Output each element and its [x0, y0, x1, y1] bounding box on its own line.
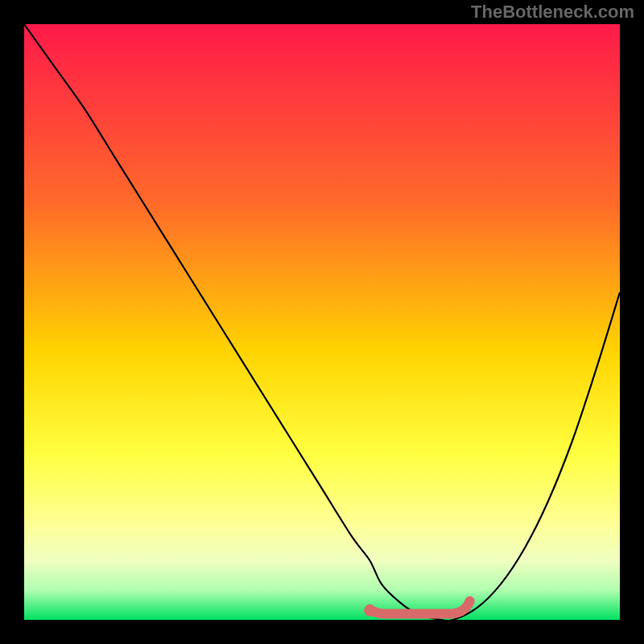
- curve-layer: [24, 24, 620, 620]
- watermark-text: TheBottleneck.com: [471, 2, 634, 23]
- optimal-marker: [369, 601, 469, 614]
- chart-container: TheBottleneck.com: [0, 0, 644, 644]
- optimal-marker-dot: [364, 605, 375, 617]
- bottleneck-curve: [24, 24, 620, 620]
- plot-area: [24, 24, 620, 620]
